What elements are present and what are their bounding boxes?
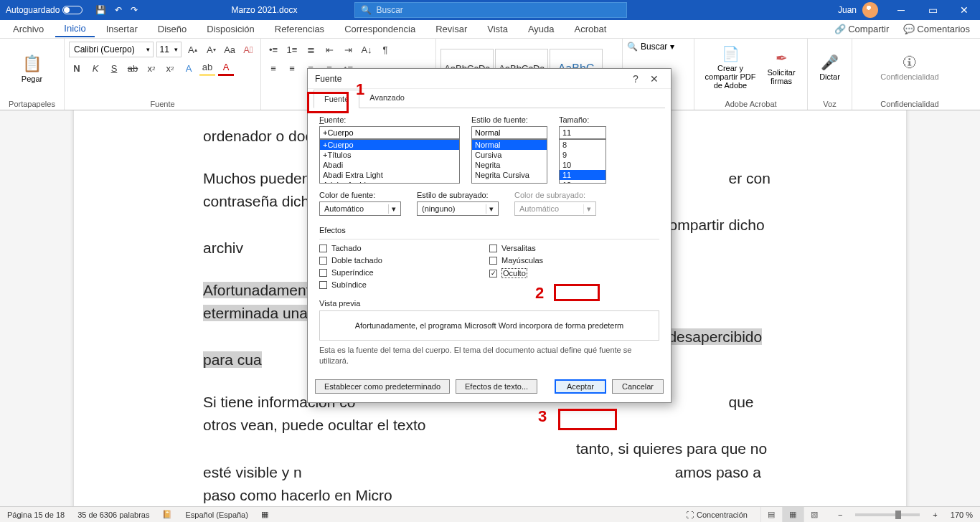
zoom-in-icon[interactable]: + — [933, 511, 937, 519]
tab-review[interactable]: Revisar — [427, 22, 476, 37]
tab-references[interactable]: Referencias — [266, 22, 333, 37]
tab-mailings[interactable]: Correspondencia — [336, 22, 424, 37]
status-page[interactable]: Página 15 de 18 — [7, 511, 65, 519]
show-marks-icon[interactable]: ¶ — [377, 42, 393, 57]
find-button[interactable]: 🔍 Buscar ▾ — [627, 42, 689, 52]
font-size-combo[interactable]: 11▾ — [156, 42, 182, 57]
font-name-combo[interactable]: Calibri (Cuerpo)▾ — [69, 42, 154, 57]
list-item[interactable]: Normal — [472, 140, 547, 150]
size-input[interactable] — [559, 126, 606, 139]
subscript-button[interactable]: x2 — [143, 60, 159, 76]
multilevel-icon[interactable]: ≣ — [303, 42, 319, 57]
fontcolor-combo[interactable]: Automático▾ — [319, 201, 401, 216]
view-read-icon[interactable]: ▤ — [760, 507, 782, 523]
grow-font-icon[interactable]: A▴ — [184, 42, 200, 57]
zoom-out-icon[interactable]: − — [838, 511, 842, 519]
underline-button[interactable]: S — [106, 60, 122, 76]
font-input[interactable] — [319, 126, 460, 139]
status-spellcheck-icon[interactable]: 📔 — [162, 510, 172, 519]
close-icon[interactable]: ✕ — [645, 73, 664, 85]
status-macros-icon[interactable]: ▦ — [261, 510, 268, 519]
checkbox-allcaps[interactable]: Mayúsculas — [489, 256, 659, 265]
sort-icon[interactable]: A↓ — [359, 42, 374, 57]
focus-mode-button[interactable]: ⛶Concentración — [686, 511, 748, 519]
text-effects-button[interactable]: Efectos de texto... — [456, 379, 537, 394]
list-item[interactable]: 12 — [560, 180, 606, 184]
font-list[interactable]: +Cuerpo +Títulos Abadi Abadi Extra Light… — [319, 139, 460, 184]
checkbox-subscript[interactable]: Subíndice — [319, 280, 489, 289]
list-item[interactable]: Negrita — [472, 160, 547, 170]
bold-button[interactable]: N — [69, 60, 85, 76]
align-left-icon[interactable]: ≡ — [265, 60, 281, 76]
text-effects-icon[interactable]: A — [181, 60, 197, 76]
highlight-icon[interactable]: ab — [199, 60, 215, 76]
dialog-titlebar[interactable]: Fuente ? ✕ — [308, 69, 671, 89]
shrink-font-icon[interactable]: A▾ — [203, 42, 219, 57]
dictate-button[interactable]: 🎤Dictar — [814, 42, 847, 93]
strike-button[interactable]: ab — [125, 60, 141, 76]
share-button[interactable]: 🔗 Compartir — [829, 22, 895, 37]
fontstyle-list[interactable]: Normal Cursiva Negrita Negrita Cursiva — [471, 139, 547, 184]
maximize-button[interactable]: ▭ — [917, 0, 948, 20]
search-box[interactable]: 🔍 Buscar — [354, 2, 627, 18]
undo-icon[interactable]: ↶ — [115, 5, 122, 15]
tab-acrobat[interactable]: Acrobat — [566, 22, 616, 37]
fontstyle-input[interactable] — [471, 126, 547, 139]
list-item[interactable]: 9 — [560, 150, 606, 160]
view-web-icon[interactable]: ▧ — [804, 507, 825, 523]
list-item[interactable]: Adobe Arabic — [320, 180, 459, 184]
status-words[interactable]: 35 de 6306 palabras — [77, 511, 149, 519]
clear-format-icon[interactable]: A⃠ — [240, 42, 256, 57]
list-item[interactable]: +Cuerpo — [320, 140, 459, 150]
tab-layout[interactable]: Disposición — [198, 22, 263, 37]
change-case-icon[interactable]: Aa — [222, 42, 237, 57]
tab-help[interactable]: Ayuda — [519, 22, 563, 37]
status-language[interactable]: Español (España) — [185, 511, 248, 519]
request-signatures-button[interactable]: ✒Solicitar firmas — [765, 42, 798, 93]
superscript-button[interactable]: x2 — [162, 60, 178, 76]
tab-insert[interactable]: Insertar — [98, 22, 146, 37]
list-item[interactable]: 8 — [560, 140, 606, 150]
list-item[interactable]: 11 — [560, 170, 606, 180]
checkbox-smallcaps[interactable]: Versalitas — [489, 244, 659, 252]
decrease-indent-icon[interactable]: ⇤ — [321, 42, 337, 57]
create-pdf-button[interactable]: 📄Crear y compartir PDF de Adobe — [699, 42, 762, 93]
set-default-button[interactable]: Establecer como predeterminado — [315, 379, 450, 394]
increase-indent-icon[interactable]: ⇥ — [340, 42, 356, 57]
size-list[interactable]: 8 9 10 11 12 — [559, 139, 606, 184]
align-center-icon[interactable]: ≡ — [284, 60, 300, 76]
list-item[interactable]: +Títulos — [320, 150, 459, 160]
list-item[interactable]: Cursiva — [472, 150, 547, 160]
bullets-icon[interactable]: •≡ — [265, 42, 281, 57]
dialog-tab-advanced[interactable]: Avanzado — [359, 89, 415, 108]
checkbox-hidden[interactable]: Oculto — [489, 268, 659, 278]
paste-button[interactable]: 📋 Pegar — [16, 43, 49, 95]
tab-view[interactable]: Vista — [479, 22, 517, 37]
list-item[interactable]: 10 — [560, 160, 606, 170]
italic-button[interactable]: K — [88, 60, 103, 76]
save-icon[interactable]: 💾 — [95, 5, 106, 15]
list-item[interactable]: Abadi — [320, 160, 459, 170]
font-color-icon[interactable]: A — [218, 60, 234, 76]
confidentiality-button[interactable]: 🛈Confidencialidad — [870, 42, 949, 93]
checkbox-strikethrough[interactable]: Tachado — [319, 244, 489, 252]
accept-button[interactable]: Aceptar — [555, 379, 606, 394]
checkbox-double-strikethrough[interactable]: Doble tachado — [319, 256, 489, 265]
user-account[interactable]: Juan — [831, 2, 885, 18]
minimize-button[interactable]: ─ — [885, 0, 917, 20]
autosave-toggle[interactable]: Autoguardado — [0, 5, 88, 15]
checkbox-superscript[interactable]: Superíndice — [319, 268, 489, 277]
tab-file[interactable]: Archivo — [4, 22, 52, 37]
tab-home[interactable]: Inicio — [55, 21, 94, 37]
tab-design[interactable]: Diseño — [149, 22, 195, 37]
view-print-icon[interactable]: ▦ — [782, 507, 804, 523]
help-icon[interactable]: ? — [626, 73, 645, 85]
redo-icon[interactable]: ↷ — [131, 5, 138, 15]
cancel-button[interactable]: Cancelar — [612, 379, 664, 394]
underlinestyle-combo[interactable]: (ninguno)▾ — [417, 201, 499, 216]
zoom-level[interactable]: 170 % — [951, 511, 973, 519]
numbering-icon[interactable]: 1≡ — [284, 42, 300, 57]
list-item[interactable]: Abadi Extra Light — [320, 170, 459, 180]
close-button[interactable]: ✕ — [948, 0, 980, 20]
dialog-tab-font[interactable]: Fuente — [314, 90, 359, 108]
